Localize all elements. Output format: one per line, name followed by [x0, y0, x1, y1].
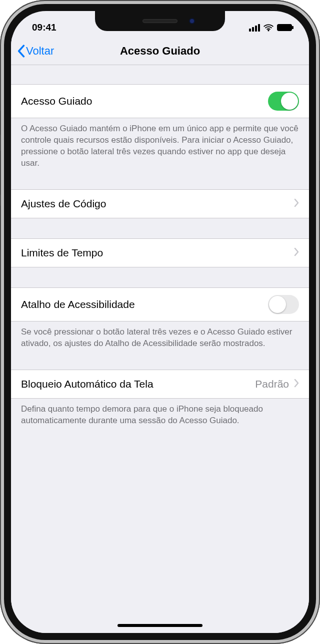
row-label: Acesso Guiado [21, 95, 92, 107]
group-accessibility-shortcut: Atalho de Acessibilidade Se você pressio… [11, 287, 309, 350]
volume-down-button [0, 205, 0, 250]
cellular-signal-icon [249, 24, 260, 32]
nav-bar: Voltar Acesso Guiado [11, 37, 309, 65]
accessibility-shortcut-footer: Se você pressionar o botão lateral três … [11, 321, 309, 350]
speaker-grill [142, 19, 178, 23]
back-button[interactable]: Voltar [17, 45, 54, 58]
row-label: Bloqueio Automático da Tela [21, 378, 154, 390]
mute-switch [0, 110, 0, 135]
chevron-right-icon [294, 378, 299, 390]
guided-access-toggle[interactable] [268, 92, 299, 111]
row-guided-access-toggle[interactable]: Acesso Guiado [11, 84, 309, 118]
chevron-right-icon [294, 198, 299, 210]
screen: 09:41 Voltar Acesso Guiado [11, 11, 309, 633]
chevron-right-icon [294, 247, 299, 259]
battery-icon [277, 24, 292, 31]
accessibility-shortcut-toggle[interactable] [268, 295, 299, 314]
content: Acesso Guiado O Acesso Guiado mantém o i… [11, 65, 309, 633]
row-label: Atalho de Acessibilidade [21, 298, 135, 310]
front-camera [189, 18, 195, 24]
back-label: Voltar [26, 45, 54, 58]
group-passcode: Ajustes de Código [11, 189, 309, 218]
group-guided-access: Acesso Guiado O Acesso Guiado mantém o i… [11, 84, 309, 169]
group-auto-lock: Bloqueio Automático da Tela Padrão Defin… [11, 370, 309, 427]
row-label: Ajustes de Código [21, 198, 106, 210]
chevron-left-icon [17, 45, 25, 58]
row-passcode-settings[interactable]: Ajustes de Código [11, 189, 309, 218]
notch [95, 11, 225, 31]
nav-title: Acesso Guiado [120, 45, 200, 58]
status-time: 09:41 [32, 22, 56, 33]
row-time-limits[interactable]: Limites de Tempo [11, 238, 309, 267]
row-auto-lock[interactable]: Bloqueio Automático da Tela Padrão [11, 370, 309, 399]
device-frame: 09:41 Voltar Acesso Guiado [0, 0, 320, 644]
wifi-icon [264, 24, 274, 32]
auto-lock-footer: Defina quanto tempo demora para que o iP… [11, 399, 309, 427]
auto-lock-value: Padrão [255, 378, 289, 390]
row-label: Limites de Tempo [21, 247, 103, 259]
home-indicator[interactable] [118, 624, 202, 627]
volume-up-button [0, 150, 0, 195]
status-right [249, 24, 292, 32]
group-time-limits: Limites de Tempo [11, 238, 309, 267]
row-accessibility-shortcut[interactable]: Atalho de Acessibilidade [11, 287, 309, 321]
guided-access-footer: O Acesso Guiado mantém o iPhone em um ún… [11, 118, 309, 169]
